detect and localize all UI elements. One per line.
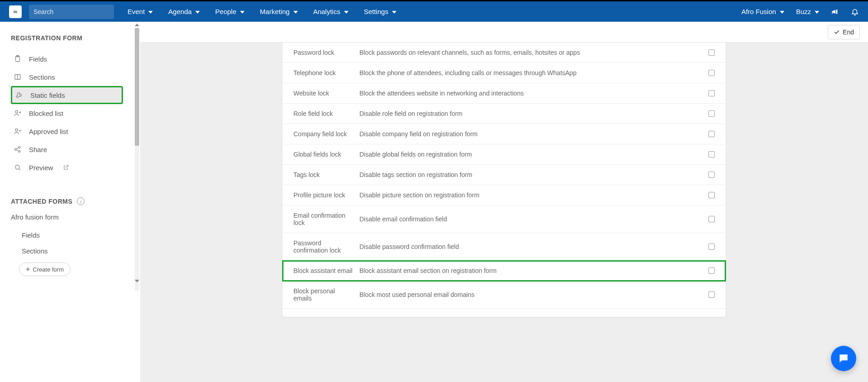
scroll-up-arrow[interactable]: [134, 22, 140, 28]
user-switcher[interactable]: Buzz: [796, 8, 819, 15]
chat-fab[interactable]: [831, 346, 856, 371]
sidebar-scrollbar[interactable]: [135, 28, 139, 291]
end-button[interactable]: End: [828, 25, 860, 39]
svg-line-13: [16, 148, 19, 149]
sidebar-item-blocked-list[interactable]: Blocked list: [11, 104, 123, 122]
row-checkbox[interactable]: [708, 110, 715, 117]
clipboard-icon: [14, 55, 22, 63]
svg-point-9: [15, 129, 18, 131]
external-link-icon: [63, 164, 69, 171]
svg-line-14: [16, 150, 19, 151]
nav-people[interactable]: People: [215, 8, 245, 15]
row-checkbox[interactable]: [708, 291, 715, 298]
search-box[interactable]: [29, 5, 114, 19]
nav-label: Agenda: [168, 8, 192, 15]
main-menu: Event Agenda People Marketing Analytics …: [127, 8, 396, 15]
row-checkbox[interactable]: [708, 172, 715, 178]
row-description: Disable role field on registration form: [359, 110, 697, 117]
settings-table: Password lockBlock passwords on relevant…: [283, 43, 726, 317]
check-icon: [834, 29, 840, 35]
sidebar-item-sections[interactable]: Sections: [11, 68, 123, 86]
svg-line-16: [19, 169, 20, 170]
sidebar-container: REGISTRATION FORM Fields Sections Static…: [0, 22, 140, 382]
table-row: Telephone lockBlock the phone of attende…: [283, 63, 726, 83]
search-icon: [14, 163, 22, 172]
sidebar-heading: REGISTRATION FORM: [11, 34, 123, 42]
row-checkbox[interactable]: [708, 131, 715, 137]
user-name: Buzz: [796, 8, 811, 15]
info-icon[interactable]: i: [77, 197, 85, 205]
app-logo[interactable]: in: [9, 5, 22, 18]
scrollbar-thumb[interactable]: [135, 28, 139, 146]
share-icon: [14, 145, 22, 153]
sidebar-item-share[interactable]: Share: [11, 140, 123, 158]
main-area: End Password lockBlock passwords on rele…: [140, 22, 868, 382]
nav-label: Marketing: [260, 8, 290, 15]
sidebar-item-static-fields[interactable]: Static fields: [11, 86, 123, 104]
row-name: Role field lock: [293, 110, 359, 117]
row-checkbox[interactable]: [708, 244, 715, 250]
table-row: Password confirmation lockDisable passwo…: [283, 233, 726, 261]
search-input[interactable]: [33, 8, 113, 15]
create-form-label: Create form: [33, 266, 64, 273]
sidebar-list: Fields Sections Static fields Blocked li…: [11, 50, 123, 177]
table-row: Password lockBlock passwords on relevant…: [283, 43, 726, 63]
table-row: Role field lockDisable role field on reg…: [283, 104, 726, 124]
chevron-down-icon: [815, 11, 819, 14]
sidebar-item-fields[interactable]: Fields: [11, 50, 123, 68]
row-name: Company field lock: [293, 130, 359, 138]
svg-point-15: [15, 165, 19, 169]
nav-event[interactable]: Event: [127, 8, 153, 15]
top-nav: in Event Agenda People Marketing Analyti…: [0, 0, 868, 22]
table-row: Tags lockDisable tags section on registr…: [283, 165, 726, 185]
nav-settings[interactable]: Settings: [364, 8, 396, 15]
create-form-button[interactable]: + Create form: [19, 263, 71, 276]
attached-form-sections[interactable]: Sections: [11, 243, 123, 259]
wrench-icon: [15, 91, 23, 99]
bell-icon[interactable]: [851, 8, 859, 16]
chevron-down-icon: [148, 11, 153, 14]
sidebar-item-label: Fields: [29, 55, 47, 63]
attached-form-fields[interactable]: Fields: [11, 227, 123, 243]
row-checkbox[interactable]: [708, 151, 715, 158]
row-description: Block the phone of attendees, including …: [359, 69, 697, 76]
sidebar-item-label: Preview: [29, 164, 53, 172]
attached-forms-heading-row: ATTACHED FORMS i: [11, 197, 123, 205]
row-name: Block personal emails: [293, 287, 359, 302]
content-scroll[interactable]: Password lockBlock passwords on relevant…: [140, 43, 868, 382]
row-description: Disable password confirmation field: [359, 243, 697, 250]
row-checkbox[interactable]: [708, 267, 715, 274]
row-checkbox[interactable]: [708, 90, 715, 96]
row-checkbox[interactable]: [708, 216, 715, 222]
sidebar-item-label: Blocked list: [29, 110, 63, 117]
user-x-icon: [14, 109, 22, 117]
row-checkbox[interactable]: [708, 49, 715, 56]
megaphone-icon[interactable]: [831, 8, 839, 16]
attached-form-name[interactable]: Afro fusion form: [11, 213, 123, 221]
nav-analytics[interactable]: Analytics: [313, 8, 349, 15]
row-checkbox[interactable]: [708, 192, 715, 198]
table-row: Company field lockDisable company field …: [283, 124, 726, 144]
nav-agenda[interactable]: Agenda: [168, 8, 200, 15]
row-name: Profile picture lock: [293, 191, 359, 199]
row-name: Tags lock: [293, 171, 359, 178]
row-checkbox[interactable]: [708, 70, 715, 76]
nav-marketing[interactable]: Marketing: [260, 8, 298, 15]
table-row: Global fields lockDisable global fields …: [283, 144, 726, 165]
row-description: Block assistant email section on registr…: [359, 267, 697, 274]
chevron-down-icon: [240, 11, 245, 14]
sub-header: End: [140, 22, 868, 43]
sidebar-item-label: Static fields: [30, 91, 65, 99]
chevron-down-icon: [392, 11, 396, 14]
sidebar-item-preview[interactable]: Preview: [11, 158, 123, 177]
org-switcher[interactable]: Afro Fusion: [741, 8, 784, 15]
sidebar-item-approved-list[interactable]: Approved list: [11, 122, 123, 140]
table-row: Email confirmation lockDisable email con…: [283, 205, 726, 233]
row-description: Disable company field on registration fo…: [359, 130, 697, 138]
nav-right: Afro Fusion Buzz: [741, 8, 859, 16]
scroll-down-arrow[interactable]: [134, 278, 140, 284]
columns-icon: [14, 73, 22, 81]
row-description: Disable picture section on registration …: [359, 191, 697, 199]
table-row: Block personal emailsBlock most used per…: [283, 281, 726, 309]
user-check-icon: [14, 127, 22, 135]
